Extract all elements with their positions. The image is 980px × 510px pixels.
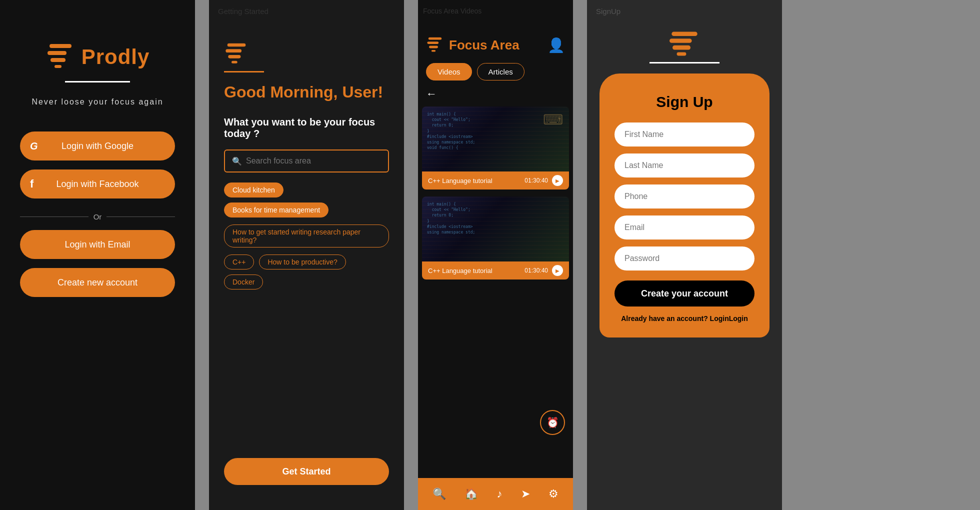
login-link-text[interactable]: Login — [729, 314, 748, 322]
login-link-row: Already have an account? LoginLogin — [621, 314, 748, 322]
or-divider: Or — [20, 212, 175, 221]
tags-row-2: How to get started writing research pape… — [224, 224, 389, 248]
signup-logo-icon — [667, 30, 702, 62]
login-email-button[interactable]: Login with Email — [20, 230, 175, 259]
svg-rect-7 — [232, 61, 238, 64]
screen4-label: SignUp — [596, 7, 620, 16]
create-account-label: Create new account — [58, 278, 138, 288]
logo-area: Prodly — [46, 40, 150, 74]
video-card-1: int main() { cout << "Hello"; return 0; … — [418, 106, 573, 190]
bottom-navigation: 🔍 🏠 ♪ ➤ ⚙ — [418, 478, 573, 510]
svg-rect-2 — [50, 58, 66, 62]
svg-rect-10 — [429, 46, 438, 48]
create-account-button[interactable]: Create new account — [20, 268, 175, 297]
login-google-button[interactable]: G Login with Google — [20, 132, 175, 160]
logo-divider — [65, 81, 130, 82]
svg-rect-0 — [50, 44, 72, 48]
svg-rect-15 — [677, 52, 686, 56]
phone-input[interactable] — [614, 184, 754, 208]
login-email-label: Login with Email — [64, 240, 130, 250]
signup-logo-divider — [650, 62, 720, 64]
svg-rect-9 — [427, 42, 438, 44]
svg-rect-12 — [672, 32, 697, 36]
gs-logo-icon — [224, 40, 249, 65]
video-2-title: C++ Language tutorial — [428, 267, 492, 274]
video-thumbnail-1: int main() { cout << "Hello"; return 0; … — [422, 106, 569, 172]
play-button-2[interactable]: ▶ — [552, 265, 563, 276]
getting-started-screen: Getting Started Good Morning, User! What… — [209, 0, 404, 510]
tags-row-1: Cloud kitchen Books for time management — [224, 182, 389, 218]
tag-books-time[interactable]: Books for time management — [224, 202, 328, 218]
video-1-title: C++ Language tutorial — [428, 177, 492, 184]
tag-productive[interactable]: How to be productive? — [259, 254, 346, 270]
search-icon: 🔍 — [232, 156, 242, 166]
focus-logo-icon — [426, 35, 444, 55]
tab-videos[interactable]: Videos — [426, 63, 472, 80]
gs-greeting: Good Morning, User! — [224, 82, 383, 102]
back-button[interactable]: ← — [418, 88, 573, 100]
login-facebook-label: Login with Facebook — [56, 179, 138, 190]
search-box[interactable]: 🔍 — [224, 150, 389, 172]
video-2-time: 01:30:40 ▶ — [524, 265, 563, 276]
svg-rect-1 — [48, 51, 66, 55]
tab-row: Videos Articles — [418, 63, 573, 80]
video-bar-2: C++ Language tutorial 01:30:40 ▶ — [422, 262, 569, 280]
create-your-account-label: Create your account — [641, 288, 728, 298]
app-name: Prodly — [82, 45, 150, 69]
tag-research[interactable]: How to get started writing research pape… — [224, 224, 389, 248]
svg-rect-3 — [54, 65, 62, 68]
video-thumbnail-2: int main() { cout << "Hello"; return 0; … — [422, 196, 569, 262]
tab-articles[interactable]: Articles — [477, 63, 524, 80]
screen2-label: Getting Started — [218, 7, 268, 16]
nav-settings-icon[interactable]: ⚙ — [548, 488, 558, 500]
already-account-text: Already have an account? — [621, 314, 708, 322]
login-facebook-button[interactable]: f Login with Facebook — [20, 170, 175, 198]
tag-docker[interactable]: Docker — [224, 274, 263, 290]
google-icon: G — [30, 140, 38, 152]
svg-rect-5 — [226, 49, 242, 52]
svg-rect-6 — [228, 55, 240, 58]
app-tagline: Never loose your focus again — [32, 98, 163, 106]
nav-navigation-icon[interactable]: ➤ — [521, 488, 530, 500]
last-name-input[interactable] — [614, 154, 754, 178]
first-name-input[interactable] — [614, 122, 754, 146]
app-logo-icon — [46, 40, 76, 70]
svg-rect-8 — [428, 38, 442, 40]
signup-card: Sign Up Create your account Already have… — [600, 74, 770, 338]
or-text: Or — [94, 212, 102, 221]
search-input[interactable] — [246, 156, 381, 166]
login-screen: Prodly Never loose your focus again G Lo… — [0, 0, 195, 510]
signup-logo-area — [650, 30, 720, 64]
focus-area-title: Focus Area — [449, 38, 548, 53]
get-started-label: Get Started — [282, 466, 330, 476]
gs-divider — [224, 71, 264, 72]
gs-question: What you want to be your focus today ? — [224, 116, 389, 140]
nav-home-icon[interactable]: 🏠 — [464, 488, 478, 500]
login-link-button[interactable]: Login — [710, 314, 729, 322]
or-line-left — [20, 216, 88, 217]
nav-music-icon[interactable]: ♪ — [496, 488, 502, 500]
focus-header: Focus Area 👤 — [418, 35, 573, 55]
create-your-account-button[interactable]: Create your account — [614, 280, 754, 306]
svg-rect-14 — [672, 46, 690, 50]
user-profile-icon[interactable]: 👤 — [548, 37, 565, 54]
gs-logo-area — [224, 40, 249, 67]
email-input[interactable] — [614, 216, 754, 240]
password-input[interactable] — [614, 246, 754, 270]
video-card-2: int main() { cout << "Hello"; return 0; … — [418, 196, 573, 280]
facebook-icon: f — [30, 178, 34, 190]
get-started-button[interactable]: Get Started — [224, 458, 389, 485]
svg-rect-11 — [432, 50, 436, 52]
play-button-1[interactable]: ▶ — [552, 175, 563, 186]
signup-screen: SignUp Sign Up Create your account — [587, 0, 782, 510]
tag-cloud-kitchen[interactable]: Cloud kitchen — [224, 182, 284, 198]
login-google-label: Login with Google — [62, 141, 134, 152]
tags-row-3: C++ How to be productive? Docker — [224, 254, 389, 290]
timer-icon[interactable]: ⏰ — [540, 410, 565, 435]
tag-cpp[interactable]: C++ — [224, 254, 254, 270]
svg-rect-13 — [670, 38, 692, 43]
nav-search-icon[interactable]: 🔍 — [432, 488, 446, 500]
screen3-label: Focus Area Videos — [423, 7, 482, 15]
focus-area-screen: Focus Area Videos Focus Area 👤 Videos Ar… — [418, 0, 573, 510]
video-bar-1: C++ Language tutorial 01:30:40 ▶ — [422, 172, 569, 190]
